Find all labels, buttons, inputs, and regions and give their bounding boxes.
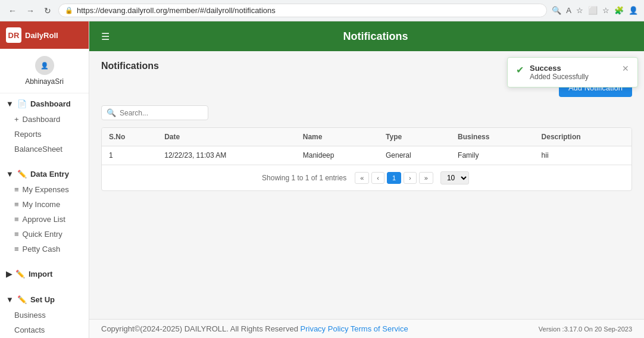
search-icon: 🔍 <box>107 108 116 117</box>
list-icon-2: ≡ <box>14 200 19 209</box>
chevron-down-icon: ▼ <box>6 99 14 108</box>
version-text: Version :3.17.0 On 20 Sep-2023 <box>539 326 632 333</box>
sidebar-label-business: Business <box>14 311 46 320</box>
search-bar: 🔍 <box>101 105 208 120</box>
notifications-table: S.No Date Name Type Business Description… <box>101 127 632 191</box>
sidebar-item-petty-cash[interactable]: ≡ Petty Cash <box>0 242 89 256</box>
copyright-text: Copyright©(2024-2025) DAILYROLL. All Rig… <box>101 324 301 333</box>
sidebar-section-setup: ▼ ✏️ Set Up Business Contacts <box>0 289 89 338</box>
terms-link[interactable]: Terms of Service <box>351 324 408 333</box>
sidebar-logo: DR DailyRoll <box>0 21 89 49</box>
extension-icon[interactable]: 🧩 <box>614 6 624 15</box>
sidebar-label-petty-cash: Petty Cash <box>23 245 61 254</box>
sidebar-item-approve-list[interactable]: ≡ Approve List <box>0 212 89 227</box>
sidebar-item-my-expenses[interactable]: ≡ My Expenses <box>0 182 89 197</box>
col-sno: S.No <box>102 128 157 146</box>
cell-sno: 1 <box>102 146 157 165</box>
import-section-label: Import <box>29 270 52 278</box>
chevron-right-icon: ▶ <box>6 270 12 278</box>
toast-title: Success <box>530 64 616 73</box>
page-size-select[interactable]: 10 25 50 <box>440 171 469 184</box>
profile-icon[interactable]: 👤 <box>629 6 638 15</box>
last-page-button[interactable]: » <box>419 172 433 184</box>
search-input[interactable] <box>120 109 203 117</box>
star-icon[interactable]: ☆ <box>576 6 583 15</box>
sidebar-section-import: ▶ ✏️ Import <box>0 264 89 284</box>
pagination-info: Showing 1 to 1 of 1 entries <box>262 174 346 182</box>
cell-type: General <box>379 146 451 165</box>
reload-button[interactable]: ↻ <box>42 5 54 17</box>
sidebar-label-quick-entry: Quick Entry <box>23 230 62 239</box>
list-icon-5: ≡ <box>14 245 19 254</box>
sidebar-label-contacts: Contacts <box>14 326 45 334</box>
font-icon: A <box>566 6 571 15</box>
browser-chrome: ← → ↻ 🔒 https://devang.dailyroll.org/mem… <box>0 0 644 21</box>
user-name: AbhinayaSri <box>25 77 64 86</box>
cell-description: hii <box>534 146 632 165</box>
browser-icons: 🔍 A ☆ ⬜ ☆ 🧩 👤 <box>552 6 638 15</box>
col-description: Description <box>534 128 632 146</box>
footer-left: Copyright©(2024-2025) DAILYROLL. All Rig… <box>101 324 408 333</box>
table: S.No Date Name Type Business Description… <box>102 128 632 165</box>
logo-text: DailyRoll <box>25 31 58 40</box>
toast-content: Success Added Sucessfully <box>530 64 616 81</box>
col-date: Date <box>157 128 296 146</box>
sidebar-section-data-entry: ▼ ✏️ Data Entry ≡ My Expenses ≡ My Incom… <box>0 164 89 259</box>
sidebar-section-header-dashboard[interactable]: ▼ 📄 Dashboard <box>0 96 89 112</box>
sidebar-label-balancesheet: BalanceSheet <box>14 145 62 154</box>
success-icon: ✔ <box>516 64 524 76</box>
col-name: Name <box>296 128 379 146</box>
logo-icon: DR <box>6 27 21 43</box>
pagination: Showing 1 to 1 of 1 entries « ‹ 1 › » 10… <box>102 165 632 190</box>
sidebar-item-balancesheet[interactable]: BalanceSheet <box>0 142 89 157</box>
sidebar-label-approve-list: Approve List <box>23 215 65 224</box>
plus-icon: + <box>14 115 19 124</box>
sidebar-item-reports[interactable]: Reports <box>0 127 89 142</box>
sidebar-item-my-income[interactable]: ≡ My Income <box>0 197 89 212</box>
setup-section-label: Set Up <box>30 295 55 304</box>
file-icon: 📄 <box>17 99 27 108</box>
sidebar-item-dashboard[interactable]: + Dashboard <box>0 112 89 127</box>
edit-icon: ✏️ <box>17 170 27 179</box>
zoom-icon: 🔍 <box>552 6 561 15</box>
col-business: Business <box>451 128 534 146</box>
menu-icon[interactable]: ☰ <box>101 31 110 42</box>
header-title: Notifications <box>119 30 632 43</box>
url-bar[interactable]: 🔒 https://devang.dailyroll.org/member/#/… <box>58 4 547 17</box>
next-page-button[interactable]: › <box>404 172 417 184</box>
list-icon-4: ≡ <box>14 230 19 239</box>
data-entry-section-label: Data Entry <box>30 170 69 179</box>
avatar: 👤 <box>35 56 54 75</box>
sidebar: DR DailyRoll 👤 AbhinayaSri ▼ 📄 Dashboard… <box>0 21 89 338</box>
prev-page-button[interactable]: ‹ <box>371 172 384 184</box>
content-area: ✔ Success Added Sucessfully ✕ Notificati… <box>89 51 644 319</box>
forward-button[interactable]: → <box>24 5 37 17</box>
cell-date: 12/22/23, 11:03 AM <box>157 146 296 165</box>
sidebar-label-my-expenses: My Expenses <box>23 185 69 194</box>
sidebar-section-dashboard: ▼ 📄 Dashboard + Dashboard Reports Balanc… <box>0 93 89 159</box>
col-type: Type <box>379 128 451 146</box>
toast-close-button[interactable]: ✕ <box>622 64 629 73</box>
sidebar-label-my-income: My Income <box>23 200 61 209</box>
first-page-button[interactable]: « <box>355 172 369 184</box>
table-row: 112/22/23, 11:03 AMManideepGeneralFamily… <box>102 146 632 165</box>
bookmark-icon[interactable]: ☆ <box>602 6 609 15</box>
sidebar-item-quick-entry[interactable]: ≡ Quick Entry <box>0 227 89 242</box>
sidebar-item-business[interactable]: Business <box>0 308 89 323</box>
sidebar-user: 👤 AbhinayaSri <box>0 49 89 93</box>
tab-icon[interactable]: ⬜ <box>588 6 598 15</box>
privacy-policy-link[interactable]: Privacy Policy <box>301 324 349 333</box>
sidebar-label-dashboard: Dashboard <box>23 115 61 124</box>
sidebar-section-header-import[interactable]: ▶ ✏️ Import <box>0 266 89 282</box>
sidebar-item-contacts[interactable]: Contacts <box>0 323 89 337</box>
success-toast: ✔ Success Added Sucessfully ✕ <box>507 57 638 87</box>
back-button[interactable]: ← <box>6 5 19 17</box>
url-text: https://devang.dailyroll.org/member/#/da… <box>77 6 276 15</box>
chevron-down-icon-2: ▼ <box>6 170 14 179</box>
cell-business: Family <box>451 146 534 165</box>
toast-message: Added Sucessfully <box>530 73 616 81</box>
sidebar-section-header-setup[interactable]: ▼ ✏️ Set Up <box>0 292 89 308</box>
edit-icon-3: ✏️ <box>17 295 27 304</box>
page-1-button[interactable]: 1 <box>387 172 401 184</box>
sidebar-section-header-data-entry[interactable]: ▼ ✏️ Data Entry <box>0 166 89 182</box>
